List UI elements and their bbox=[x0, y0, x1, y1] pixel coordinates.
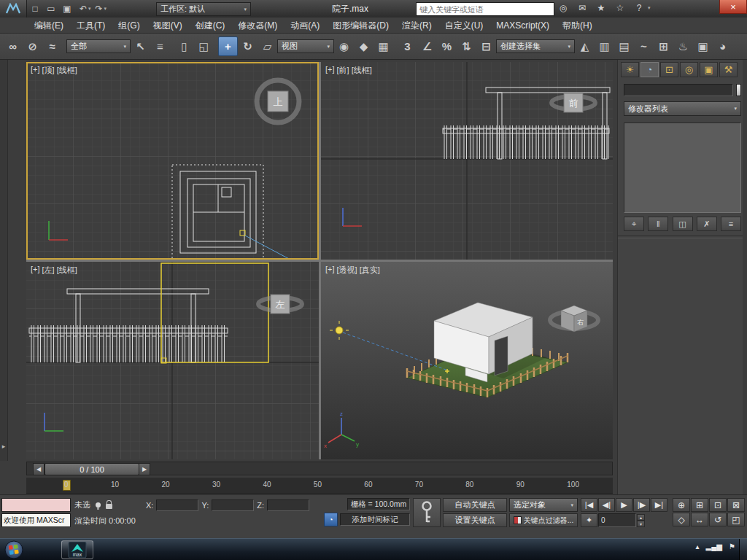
search-input[interactable] bbox=[417, 4, 546, 14]
time-slider-track[interactable]: ◀ 0 / 100 ▶ bbox=[26, 462, 613, 475]
maxscript-mini-listener[interactable]: 欢迎使用 MAXScr bbox=[1, 513, 71, 527]
spinner-up-icon[interactable]: ▴ bbox=[637, 514, 645, 521]
menu-item[interactable]: 动画(A) bbox=[284, 18, 326, 34]
percent-snap-icon[interactable]: % bbox=[437, 36, 457, 56]
viewport-menu-name[interactable]: [前] bbox=[337, 65, 349, 76]
frame-spinner[interactable]: ▴ ▾ bbox=[637, 514, 645, 527]
menu-item[interactable]: 图形编辑器(D) bbox=[326, 18, 395, 34]
pin-stack-icon[interactable]: ⌖ bbox=[624, 217, 644, 231]
pan-view-icon[interactable]: ↔ bbox=[691, 513, 708, 526]
viewport-menu-plus[interactable]: [+] bbox=[31, 65, 40, 76]
application-menu-button[interactable] bbox=[0, 0, 27, 18]
network-icon[interactable]: ▂▄▆ bbox=[706, 542, 722, 551]
tab-create[interactable]: ☀ bbox=[621, 62, 639, 77]
set-key-button[interactable]: 设置关键点 bbox=[443, 513, 507, 527]
viewport-menu-name[interactable]: [顶] bbox=[42, 65, 55, 76]
select-and-manipulate-icon[interactable]: ◆ bbox=[354, 36, 374, 56]
help-icon[interactable]: ? bbox=[632, 1, 646, 15]
rendered-frame-window-icon[interactable]: ▣ bbox=[693, 36, 713, 56]
viewport-menu-plus[interactable]: [+] bbox=[325, 65, 335, 76]
workspace-selector[interactable]: 工作区: 默认 ▾ bbox=[156, 2, 251, 16]
zoom-icon[interactable]: ⊕ bbox=[673, 498, 690, 512]
object-color-swatch[interactable] bbox=[736, 84, 741, 96]
object-name-field[interactable] bbox=[624, 84, 733, 96]
menu-item[interactable]: 视图(V) bbox=[147, 18, 189, 34]
previous-frame-button[interactable]: ◀| bbox=[598, 498, 615, 512]
open-file-icon[interactable]: ▭ bbox=[43, 1, 59, 16]
show-end-result-icon[interactable]: ‖ bbox=[648, 217, 668, 231]
close-button[interactable]: × bbox=[719, 0, 747, 14]
named-selection-sets-dropdown[interactable]: 创建选择集 ▾ bbox=[496, 39, 575, 53]
select-and-rotate-icon[interactable]: ↻ bbox=[238, 36, 258, 56]
menu-item[interactable]: MAXScript(X) bbox=[489, 18, 556, 34]
maxscript-macro-recorder[interactable] bbox=[1, 498, 71, 512]
select-object-icon[interactable]: ↖ bbox=[131, 36, 150, 56]
isolate-selection-icon[interactable] bbox=[96, 502, 101, 508]
render-setup-icon[interactable]: ♨ bbox=[673, 36, 693, 56]
menu-item[interactable]: 编辑(E) bbox=[28, 18, 70, 34]
track-bar[interactable]: 0 10 20 30 40 50 60 70 80 90 100 bbox=[26, 478, 613, 494]
field-of-view-icon[interactable]: ◇ bbox=[673, 513, 690, 526]
viewport-menu-shading[interactable]: [真实] bbox=[360, 265, 380, 276]
zoom-extents-all-icon[interactable]: ⊠ bbox=[727, 498, 745, 512]
viewport-menu-name[interactable]: [透视] bbox=[337, 265, 357, 276]
modifier-stack-list[interactable] bbox=[624, 122, 741, 213]
fence-front-view[interactable] bbox=[443, 125, 609, 159]
orbit-icon[interactable]: ↺ bbox=[709, 513, 727, 526]
current-frame-field[interactable] bbox=[598, 513, 636, 527]
tab-motion[interactable]: ◎ bbox=[680, 62, 698, 77]
y-coordinate-field[interactable] bbox=[212, 499, 254, 511]
reference-coordinate-dropdown[interactable]: 视图 ▾ bbox=[277, 39, 334, 53]
tab-display[interactable]: ▣ bbox=[700, 62, 718, 77]
time-tag-icon[interactable]: ◔ bbox=[324, 513, 338, 526]
zoom-all-icon[interactable]: ⊞ bbox=[691, 498, 708, 512]
key-filters-button[interactable]: 关键点过滤器... bbox=[509, 513, 578, 527]
menu-item[interactable]: 帮助(H) bbox=[556, 18, 599, 34]
fence-left-view[interactable] bbox=[29, 325, 228, 362]
viewport-perspective[interactable]: 右 z x y [+] [透视] [真实] bbox=[321, 262, 613, 459]
curve-editor-icon[interactable]: ~ bbox=[634, 36, 654, 56]
schematic-view-icon[interactable]: ⊞ bbox=[654, 36, 673, 56]
menu-item[interactable]: 创建(C) bbox=[189, 18, 232, 34]
viewport-menu-shading[interactable]: [线框] bbox=[57, 65, 77, 76]
viewport-menu-shading[interactable]: [线框] bbox=[57, 265, 77, 276]
spinner-snap-icon[interactable]: ⇅ bbox=[457, 36, 476, 56]
save-file-icon[interactable]: ▣ bbox=[59, 1, 75, 16]
viewcube-face-label[interactable]: 右 bbox=[577, 319, 584, 326]
3dsmax-taskbar-button[interactable]: max bbox=[61, 540, 93, 559]
show-desktop-button[interactable] bbox=[739, 539, 747, 560]
window-crossing-icon[interactable]: ◱ bbox=[194, 36, 214, 56]
rectangular-selection-region-icon[interactable]: ▯ bbox=[174, 36, 194, 56]
favorites-icon[interactable]: ★ bbox=[594, 1, 608, 15]
tab-hierarchy[interactable]: ⊡ bbox=[660, 62, 678, 77]
angle-snap-icon[interactable]: ∠ bbox=[417, 36, 437, 56]
selection-lock-icon[interactable] bbox=[106, 504, 112, 509]
unlink-selection-icon[interactable]: ⊘ bbox=[23, 36, 42, 56]
bind-to-space-warp-icon[interactable]: ≈ bbox=[42, 36, 62, 56]
menu-item[interactable]: 自定义(U) bbox=[438, 18, 490, 34]
viewport-top[interactable]: 上 [+] [顶] [线框] bbox=[26, 62, 319, 260]
render-production-icon[interactable]: ◕ bbox=[713, 36, 732, 56]
select-and-move-icon[interactable]: + bbox=[218, 36, 238, 56]
time-slider[interactable]: 0 / 100 bbox=[44, 463, 139, 475]
action-center-icon[interactable]: ⚑ bbox=[729, 542, 735, 551]
viewport-menu-shading[interactable]: [线框] bbox=[352, 65, 372, 76]
add-time-tag[interactable]: 添加时间标记 bbox=[340, 513, 410, 526]
viewport-menu-name[interactable]: [左] bbox=[42, 265, 55, 276]
auto-key-button[interactable]: 自动关键点 bbox=[443, 498, 507, 512]
viewcube-face-label[interactable]: 上 bbox=[274, 96, 283, 107]
key-selection-dropdown[interactable]: 选定对象 ▾ bbox=[509, 498, 578, 512]
spinner-down-icon[interactable]: ▾ bbox=[637, 521, 645, 527]
help-dropdown-icon[interactable]: ▾ bbox=[648, 5, 651, 11]
select-and-scale-icon[interactable]: ▱ bbox=[258, 36, 277, 56]
communication-center-icon[interactable]: ✉ bbox=[575, 1, 589, 15]
viewcube-face-label[interactable]: 前 bbox=[569, 98, 578, 109]
viewport-layout-flyout-icon[interactable]: ▸ bbox=[0, 440, 7, 453]
menu-item[interactable]: 工具(T) bbox=[70, 18, 112, 34]
sign-in-icon[interactable]: ☆ bbox=[613, 1, 627, 15]
select-and-link-icon[interactable]: ∞ bbox=[3, 36, 23, 56]
go-to-end-button[interactable]: ▶| bbox=[651, 498, 667, 512]
viewport-left[interactable]: 左 [+] [左] [线框] bbox=[26, 262, 319, 459]
selection-filter-dropdown[interactable]: 全部 ▾ bbox=[66, 39, 131, 53]
panel-scrollbar[interactable] bbox=[743, 60, 747, 494]
